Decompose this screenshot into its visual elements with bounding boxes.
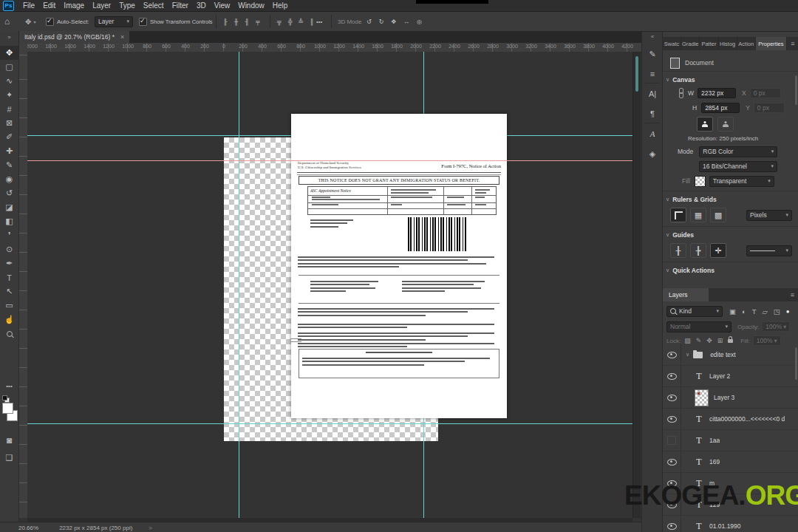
shape-filter-icon[interactable]: ▱ (763, 307, 768, 316)
smart-object-filter-icon[interactable]: ◳ (774, 307, 780, 316)
dodge-tool[interactable]: ⊙ (6, 245, 13, 254)
menu-view[interactable]: View (214, 1, 231, 10)
layer-name[interactable]: 169 (709, 458, 720, 466)
history-brush-tool[interactable]: ↺ (6, 188, 13, 198)
brush-settings-icon[interactable]: ✎ (642, 46, 663, 62)
history-brush-tool[interactable]: ↺ (0, 186, 18, 200)
layer-row[interactable]: T169 (663, 451, 798, 473)
lock-paint-icon[interactable]: ✎ (696, 337, 702, 344)
align-right-icon[interactable]: ╢ (245, 18, 249, 25)
dist-top-icon[interactable]: ╦ (277, 18, 282, 25)
layer-row[interactable]: TLayer 2 (663, 366, 798, 387)
layer-row[interactable]: T01.01.1990 (663, 516, 798, 532)
move-tool[interactable]: ✥ (0, 46, 18, 60)
filter-toggle-icon[interactable]: ● (786, 308, 790, 315)
roll-3d-icon[interactable]: ↻ (379, 18, 384, 25)
canvas-section-header[interactable]: ∨Canvas (663, 74, 798, 86)
frame-tool[interactable]: ⊠ (0, 116, 18, 130)
menu-select[interactable]: Select (143, 1, 164, 10)
toggle-rulers-icon[interactable] (670, 208, 686, 222)
picture-filter-icon[interactable]: ▣ (729, 307, 736, 316)
clone-stamp-tool[interactable]: ◉ (6, 174, 13, 184)
lock-all-icon[interactable] (728, 339, 733, 343)
eraser-tool[interactable]: ◪ (0, 200, 18, 214)
pen-tool[interactable]: ✒ (6, 259, 13, 268)
layer-row[interactable]: T1aa (663, 430, 798, 451)
visibility-eye-icon[interactable] (663, 409, 681, 429)
auto-select-checkbox[interactable]: Auto-Select: (46, 12, 89, 31)
toggle-grid-icon[interactable]: ▦ (690, 208, 706, 222)
expand-panels-icon[interactable]: « (642, 31, 663, 41)
marquee-tool[interactable]: ▢ (0, 60, 18, 74)
portrait-icon[interactable] (697, 117, 713, 132)
visibility-eye-icon[interactable] (663, 451, 681, 472)
close-tab-icon[interactable]: × (120, 33, 124, 41)
tool-presets-icon[interactable]: ≡ (650, 69, 655, 78)
path-select-tool[interactable]: ↖ (0, 284, 18, 299)
dist-middle-icon[interactable]: ╬ (288, 18, 293, 25)
layers-menu-icon[interactable]: ≡ (791, 291, 794, 299)
orbit-3d-icon[interactable]: ↺ (366, 18, 372, 25)
quick-actions-header[interactable]: ∨Quick Actions (663, 265, 798, 276)
layer-name[interactable]: Layer 2 (709, 372, 730, 380)
quick-select-tool[interactable]: ✦ (0, 88, 18, 102)
horizontal-guide-salmon[interactable] (27, 160, 632, 161)
align-top-icon[interactable]: ╤ (256, 18, 260, 25)
tab-gradie[interactable]: Gradie (681, 37, 700, 50)
vertical-scrollbar[interactable] (632, 52, 641, 518)
menu-filter[interactable]: Filter (172, 1, 188, 10)
horizontal-guide[interactable] (27, 423, 632, 424)
clone-stamp-tool[interactable]: ◉ (0, 172, 18, 186)
healing-tool[interactable]: ✚ (6, 146, 13, 156)
panel-menu-icon[interactable]: ≡ (787, 37, 798, 50)
marquee-tool[interactable]: ▢ (5, 62, 13, 72)
paragraph-panel-icon[interactable]: ¶ (650, 109, 655, 118)
visibility-eye-icon[interactable] (663, 366, 681, 386)
home-icon[interactable]: ⌂ (4, 12, 10, 31)
adjustment-filter-icon[interactable]: ◐ (742, 307, 746, 316)
type-tool[interactable]: T (0, 270, 18, 284)
fill-select[interactable]: Transparent▾ (709, 176, 774, 187)
dist-bottom-icon[interactable]: ╩ (299, 18, 303, 25)
layer-name[interactable]: Layer 3 (714, 394, 734, 401)
align-left-icon[interactable]: ╟ (223, 18, 228, 25)
type-tool[interactable]: T (7, 273, 12, 282)
brush-tool[interactable]: ✎ (6, 160, 13, 170)
filter-kind-select[interactable]: Kind▾ (666, 306, 723, 317)
brush-settings-icon[interactable]: ✎ (649, 50, 655, 59)
zoom-tool[interactable] (7, 331, 13, 337)
move-tool-options-icon[interactable]: ✥▾ (25, 12, 35, 31)
pan-3d-icon[interactable]: ✥ (391, 18, 396, 25)
eraser-tool[interactable]: ◪ (5, 202, 13, 212)
properties-scrollbar[interactable] (795, 75, 797, 105)
foreground-color-swatch[interactable] (2, 403, 13, 414)
document-page[interactable]: Department of Homeland Security U.S. Cit… (291, 114, 507, 418)
layers-scrollbar[interactable] (795, 347, 797, 380)
zoom-tool[interactable] (0, 327, 18, 341)
show-transform-checkbox[interactable]: Show Transform Controls (139, 12, 213, 31)
pen-tool[interactable]: ✒ (0, 256, 18, 270)
3d-panel-icon[interactable]: ◈ (649, 149, 655, 159)
visibility-eye-icon[interactable] (663, 387, 681, 408)
slide-3d-icon[interactable]: ↔ (403, 18, 409, 25)
hand-tool[interactable]: ☝ (0, 313, 18, 327)
guide-style-select[interactable]: ▾ (746, 245, 792, 256)
landscape-icon[interactable] (717, 117, 734, 132)
photoshop-logo[interactable]: Ps (3, 1, 14, 11)
frame-tool[interactable]: ⊠ (6, 118, 13, 128)
blur-tool[interactable]: ❜ (0, 228, 18, 242)
dist-vert-icon[interactable]: ║ (310, 18, 314, 25)
dodge-tool[interactable]: ⊙ (0, 242, 18, 256)
status-chevron-icon[interactable]: > (149, 525, 152, 531)
guide-layout-icon[interactable]: ╊ (690, 243, 706, 258)
menu-3d[interactable]: 3D (197, 1, 206, 10)
tab-properties[interactable]: Properties (756, 37, 787, 50)
quick-select-tool[interactable]: ✦ (6, 90, 13, 100)
clear-guides-icon[interactable]: ✛ (710, 243, 726, 258)
tab-patter[interactable]: Patter (700, 37, 718, 50)
crop-tool[interactable]: # (7, 105, 11, 114)
scrollbar-thumb[interactable] (635, 56, 638, 92)
menu-type[interactable]: Type (119, 1, 135, 10)
quick-mask-icon[interactable]: ◙ (0, 433, 18, 447)
guides-header[interactable]: ∨Guides (663, 229, 798, 241)
